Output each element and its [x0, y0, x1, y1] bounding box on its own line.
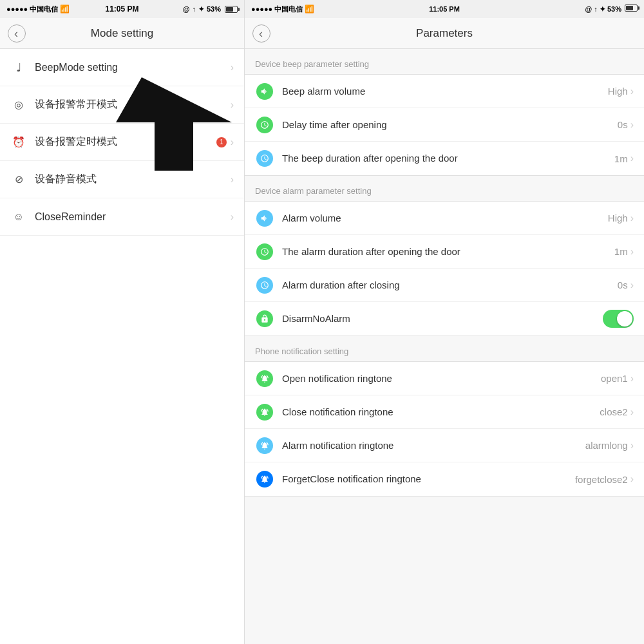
alarm-volume-chevron: ›	[630, 213, 634, 224]
left-bluetooth-icon: ✦	[198, 5, 204, 14]
alarm-ringtone-label: Alarm notification ringtone	[282, 439, 585, 452]
alarm-volume-icon	[255, 210, 274, 227]
beep-duration-label: The beep duration after opening the door	[282, 152, 614, 165]
alarm-section-header: Device alarm parameter setting	[245, 176, 644, 201]
close-ringtone-icon	[255, 404, 274, 421]
silent-mode-icon: ⊘	[10, 173, 27, 185]
right-arrow-icon: ↑	[594, 5, 598, 13]
alarm-duration-open-label: The alarm duration after opening the doo…	[282, 245, 614, 258]
alarm-volume-row[interactable]: Alarm volume High ›	[245, 202, 644, 235]
timed-mode-chevron: ›	[231, 137, 234, 148]
close-ringtone-circle	[256, 404, 273, 421]
open-ringtone-chevron: ›	[630, 373, 634, 384]
disarm-no-alarm-label: DisarmNoAlarm	[282, 312, 603, 325]
disarm-no-alarm-row[interactable]: DisarmNoAlarm	[245, 302, 644, 336]
always-on-chevron: ›	[231, 99, 234, 111]
beep-mode-chevron: ›	[231, 62, 234, 73]
alarm-duration-close-icon	[255, 277, 274, 294]
left-status-bar: ●●●●● 中国电信 📶 11:05 PM @ ↑ ✦ 53%	[0, 0, 244, 18]
left-gps-icon: @	[183, 5, 190, 13]
close-reminder-icon: ☺	[10, 211, 27, 223]
beep-volume-chevron: ›	[630, 86, 634, 97]
alarm-ringtone-circle	[256, 437, 273, 454]
left-nav-title: Mode setting	[91, 27, 153, 40]
forget-ringtone-icon	[255, 471, 274, 488]
disarm-no-alarm-toggle[interactable]	[603, 310, 634, 328]
left-back-button[interactable]	[8, 24, 26, 43]
beep-duration-value: 1m	[614, 153, 628, 164]
beep-volume-circle	[256, 83, 273, 100]
beep-duration-icon	[255, 150, 274, 167]
timed-mode-icon: ⏰	[10, 136, 27, 148]
forget-ringtone-chevron: ›	[630, 473, 634, 485]
right-panel: ●●●●● 中国电信 📶 11:05 PM @ ↑ ✦ 53% Paramete…	[245, 0, 644, 644]
right-back-button[interactable]	[252, 24, 270, 43]
forget-ringtone-value: forgetclose2	[575, 474, 628, 485]
left-arrow-icon: ↑	[192, 5, 196, 13]
beep-duration-row[interactable]: The beep duration after opening the door…	[245, 142, 644, 175]
alarm-duration-close-row[interactable]: Alarm duration after closing 0s ›	[245, 269, 644, 302]
delay-open-label: Delay time after opening	[282, 118, 618, 131]
right-battery-pct: 53%	[607, 5, 621, 13]
beep-duration-chevron: ›	[630, 153, 634, 164]
menu-item-close-reminder[interactable]: ☺ CloseReminder ›	[0, 198, 244, 236]
menu-item-timed-mode[interactable]: ⏰ 设备报警定时模式 1 ›	[0, 124, 244, 161]
open-ringtone-row[interactable]: Open notification ringtone open1 ›	[245, 362, 644, 395]
alarm-ringtone-value: alarmlong	[585, 440, 628, 451]
beep-volume-value: High	[608, 86, 628, 97]
right-time: 11:05 PM	[429, 5, 460, 13]
right-battery-icon	[625, 5, 638, 12]
right-signal-dots: ●●●●● 中国电信	[251, 5, 303, 14]
close-reminder-chevron: ›	[231, 211, 234, 223]
delay-open-icon	[255, 117, 274, 133]
alarm-ringtone-row[interactable]: Alarm notification ringtone alarmlong ›	[245, 429, 644, 462]
right-status-right: @ ↑ ✦ 53%	[585, 5, 638, 14]
alarm-ringtone-icon	[255, 437, 274, 454]
beep-mode-icon: ♩	[10, 61, 27, 75]
menu-item-beep-mode[interactable]: ♩ BeepMode setting ›	[0, 49, 244, 86]
alarm-duration-close-value: 0s	[618, 279, 628, 290]
left-time: 11:05 PM	[105, 5, 138, 14]
phone-section-header: Phone notification setting	[245, 336, 644, 361]
alarm-duration-close-chevron: ›	[630, 279, 634, 291]
disarm-no-alarm-circle	[256, 310, 273, 327]
delay-open-value: 0s	[618, 119, 628, 130]
beep-settings-group: Beep alarm volume High › Delay time afte…	[245, 74, 644, 176]
close-reminder-label: CloseReminder	[35, 211, 231, 223]
menu-item-always-on[interactable]: ◎ 设备报警常开模式 ›	[0, 86, 244, 124]
left-battery-pct: 53%	[207, 5, 221, 13]
delay-open-circle	[256, 117, 273, 133]
close-ringtone-value: close2	[600, 406, 627, 417]
right-gps-icon: @	[585, 5, 592, 13]
alarm-duration-open-circle	[256, 243, 273, 260]
left-nav-bar: Mode setting	[0, 18, 244, 49]
alarm-volume-circle	[256, 210, 273, 227]
alarm-duration-open-row[interactable]: The alarm duration after opening the doo…	[245, 235, 644, 269]
timed-mode-badge: 1	[216, 137, 227, 147]
alarm-volume-label: Alarm volume	[282, 212, 608, 225]
left-menu-list: ♩ BeepMode setting › ◎ 设备报警常开模式 › ⏰ 设备报警…	[0, 49, 244, 644]
beep-volume-icon	[255, 83, 274, 100]
always-on-icon: ◎	[10, 99, 27, 111]
forget-ringtone-circle	[256, 471, 273, 488]
menu-item-silent-mode[interactable]: ⊘ 设备静音模式 ›	[0, 161, 244, 198]
timed-mode-label: 设备报警定时模式	[35, 135, 214, 149]
beep-volume-label: Beep alarm volume	[282, 85, 608, 98]
right-bluetooth-icon: ✦	[600, 5, 605, 13]
always-on-label: 设备报警常开模式	[35, 98, 231, 111]
right-status-bar: ●●●●● 中国电信 📶 11:05 PM @ ↑ ✦ 53%	[245, 0, 644, 18]
beep-mode-label: BeepMode setting	[35, 62, 231, 73]
phone-settings-group: Open notification ringtone open1 › Close…	[245, 361, 644, 497]
open-ringtone-circle	[256, 370, 273, 387]
right-wifi-icon: 📶	[305, 5, 314, 14]
beep-volume-row[interactable]: Beep alarm volume High ›	[245, 75, 644, 108]
beep-section-header: Device beep parameter setting	[245, 49, 644, 74]
alarm-volume-value: High	[608, 213, 628, 223]
forget-ringtone-row[interactable]: ForgetClose notification ringtone forget…	[245, 462, 644, 496]
left-signal-dots: ●●●●● 中国电信	[6, 5, 58, 14]
left-panel: ●●●●● 中国电信 📶 11:05 PM @ ↑ ✦ 53% Mode set…	[0, 0, 245, 644]
open-ringtone-value: open1	[601, 373, 628, 384]
close-ringtone-row[interactable]: Close notification ringtone close2 ›	[245, 395, 644, 429]
alarm-duration-close-circle	[256, 277, 273, 294]
delay-open-row[interactable]: Delay time after opening 0s ›	[245, 108, 644, 142]
